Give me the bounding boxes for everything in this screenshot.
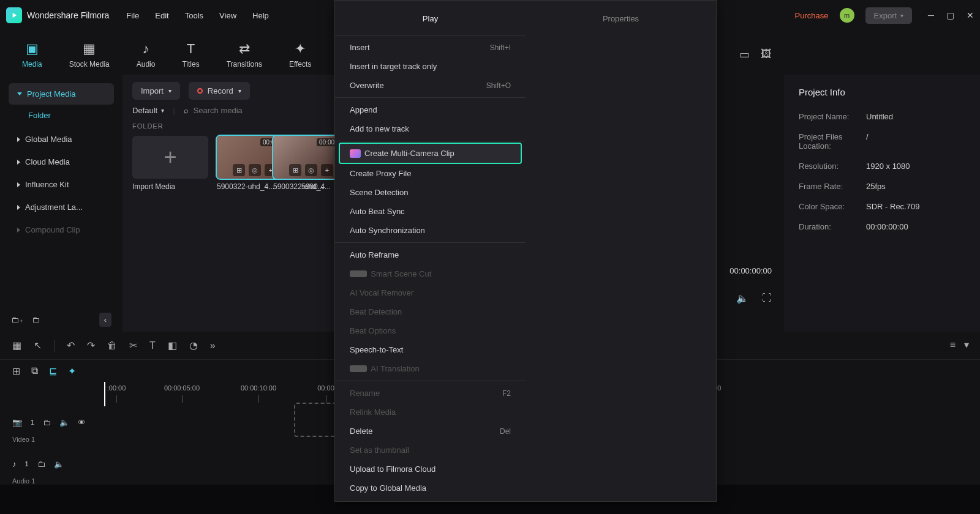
beta-badge: BETA <box>350 270 367 277</box>
context-menu: Play Properties InsertShift+I Insert in … <box>334 0 717 502</box>
mute-icon[interactable]: 🔈 <box>54 460 64 469</box>
ctx-ai-vocal-remover: AI Vocal Remover <box>335 283 526 302</box>
clip-add-icon[interactable]: ⊞ <box>233 164 245 176</box>
tab-effects[interactable]: ✦Effects <box>285 38 315 75</box>
cursor-icon[interactable]: ↖ <box>34 340 42 351</box>
tab-audio[interactable]: ♪Audio <box>133 38 159 75</box>
ctx-rename: RenameF2 <box>335 384 526 403</box>
grid-icon[interactable]: ▦ <box>12 340 21 351</box>
sidebar-item-global-media[interactable]: Global Media <box>9 128 114 150</box>
link-icon[interactable]: ⧉ <box>31 365 38 376</box>
close-icon[interactable]: ✕ <box>967 10 974 20</box>
tab-titles[interactable]: TTitles <box>178 38 203 75</box>
ctx-auto-beat-sync[interactable]: Auto Beat Sync <box>335 202 526 221</box>
preview-controls: 🔈 ⛶ <box>736 292 772 304</box>
ctx-insert[interactable]: InsertShift+I <box>335 38 526 57</box>
caret-right-icon <box>17 205 20 210</box>
tab-media[interactable]: ▣Media <box>18 38 46 75</box>
ctx-insert-target[interactable]: Insert in target track only <box>335 57 526 76</box>
sidebar-item-adjustment-layers[interactable]: Adjustment La... <box>9 196 114 218</box>
sidebar-item-influence-kit[interactable]: Influence Kit <box>9 174 114 195</box>
dropzone[interactable] <box>294 403 337 437</box>
mute-icon[interactable]: 🔈 <box>59 418 69 427</box>
crop-icon[interactable]: ◧ <box>168 340 177 351</box>
fullscreen-icon[interactable]: ⛶ <box>762 292 772 304</box>
clip-target-icon[interactable]: ◎ <box>249 164 261 176</box>
undo-icon[interactable]: ↶ <box>67 340 75 351</box>
caret-right-icon <box>17 228 20 233</box>
menu-tools[interactable]: Tools <box>185 11 203 20</box>
ctx-delete[interactable]: DeleteDel <box>335 422 526 441</box>
ctx-append[interactable]: Append <box>335 100 526 119</box>
search-icon: ⌕ <box>184 106 189 115</box>
track-add-icon[interactable]: ⊞ <box>12 365 20 377</box>
picture-icon[interactable]: 🖼 <box>761 48 772 61</box>
ctx-auto-reframe[interactable]: Auto Reframe <box>335 245 526 264</box>
ctx-speech-to-text[interactable]: Speech-to-Text <box>335 340 526 359</box>
preview-timecode: 00:00:00:00 <box>729 266 772 275</box>
ctx-upload-cloud[interactable]: Upload to Filmora Cloud <box>335 460 526 479</box>
ctx-ai-translation: BETAAI Translation <box>335 359 526 378</box>
ctx-overwrite[interactable]: OverwriteShift+O <box>335 76 526 95</box>
tab-stock-media[interactable]: ▦Stock Media <box>66 38 113 75</box>
ctx-copy-global[interactable]: Copy to Global Media <box>335 479 526 497</box>
ctx-set-thumbnail: Set as thumbnail <box>335 441 526 460</box>
collapse-sidebar-button[interactable]: ‹ <box>99 313 111 327</box>
purchase-link[interactable]: Purchase <box>795 11 829 20</box>
delete-icon[interactable]: 🗑 <box>107 340 117 351</box>
eye-icon[interactable]: 👁 <box>78 418 86 427</box>
sidebar-folder[interactable]: Folder <box>9 106 114 125</box>
app-logo <box>6 7 22 23</box>
info-title: Project Info <box>799 87 965 97</box>
timeline-options-icon[interactable]: ▾ <box>964 339 969 351</box>
display-icon[interactable]: ▭ <box>739 48 750 61</box>
folder-icon[interactable]: 🗀 <box>32 315 40 324</box>
ctx-tab-properties[interactable]: Properties <box>526 4 716 32</box>
ctx-tab-play[interactable]: Play <box>335 4 526 32</box>
minimize-icon[interactable]: ─ <box>928 10 934 20</box>
marker-icon[interactable]: ✦ <box>68 365 76 377</box>
sidebar-item-project-media[interactable]: Project Media <box>9 83 114 105</box>
ctx-auto-sync[interactable]: Auto Synchronization <box>335 221 526 240</box>
color-icon[interactable]: ◔ <box>189 340 198 351</box>
menu-help[interactable]: Help <box>252 11 269 20</box>
record-icon <box>197 88 203 94</box>
folder-icon[interactable]: 🗀 <box>43 418 51 427</box>
redo-icon[interactable]: ↷ <box>87 340 95 351</box>
maximize-icon[interactable]: ▢ <box>946 10 954 20</box>
ctx-create-multicam[interactable]: Create Multi-Camera Clip <box>340 144 521 163</box>
ctx-beat-detection: Beat Detection <box>335 302 526 321</box>
app-title: Wondershare Filmora <box>27 10 109 20</box>
text-icon[interactable]: T <box>149 340 156 351</box>
export-button[interactable]: Export▾ <box>865 7 913 24</box>
multicam-icon <box>350 149 361 158</box>
volume-icon[interactable]: 🔈 <box>736 292 748 304</box>
more-icon[interactable]: » <box>210 340 216 351</box>
sidebar-item-compound-clip[interactable]: Compound Clip <box>9 219 114 240</box>
caret-down-icon <box>17 92 22 95</box>
camera-icon: 📷 <box>12 418 22 427</box>
magnet-icon[interactable]: ⊑ <box>49 365 57 377</box>
sort-dropdown[interactable]: Default▾ <box>132 106 164 115</box>
ctx-smart-scene-cut: BETASmart Scene Cut <box>335 264 526 283</box>
timeline-view-icon[interactable]: ≡ <box>950 340 956 351</box>
record-button[interactable]: Record▾ <box>189 82 250 100</box>
import-button[interactable]: Import▾ <box>132 82 180 100</box>
tab-transitions[interactable]: ⇄Transitions <box>223 38 266 75</box>
user-avatar[interactable]: m <box>840 8 854 23</box>
ctx-add-new-track[interactable]: Add to new track <box>335 119 526 138</box>
sidebar-item-cloud-media[interactable]: Cloud Media <box>9 151 114 173</box>
menu-edit[interactable]: Edit <box>155 11 168 20</box>
import-media-tile[interactable]: + Import Media <box>132 136 208 191</box>
split-icon[interactable]: ✂ <box>129 340 137 351</box>
ctx-create-proxy[interactable]: Create Proxy File <box>335 164 526 183</box>
folder-icon[interactable]: 🗀 <box>37 460 45 469</box>
search-input[interactable] <box>194 106 296 115</box>
ctx-scene-detection[interactable]: Scene Detection <box>335 183 526 202</box>
new-bin-icon[interactable]: 🗀₊ <box>11 315 23 324</box>
caret-right-icon <box>17 137 20 142</box>
sidebar: Project Media Folder Global Media Cloud … <box>0 75 123 332</box>
music-icon: ♪ <box>12 460 17 469</box>
menu-view[interactable]: View <box>219 11 236 20</box>
menu-file[interactable]: File <box>126 11 139 20</box>
